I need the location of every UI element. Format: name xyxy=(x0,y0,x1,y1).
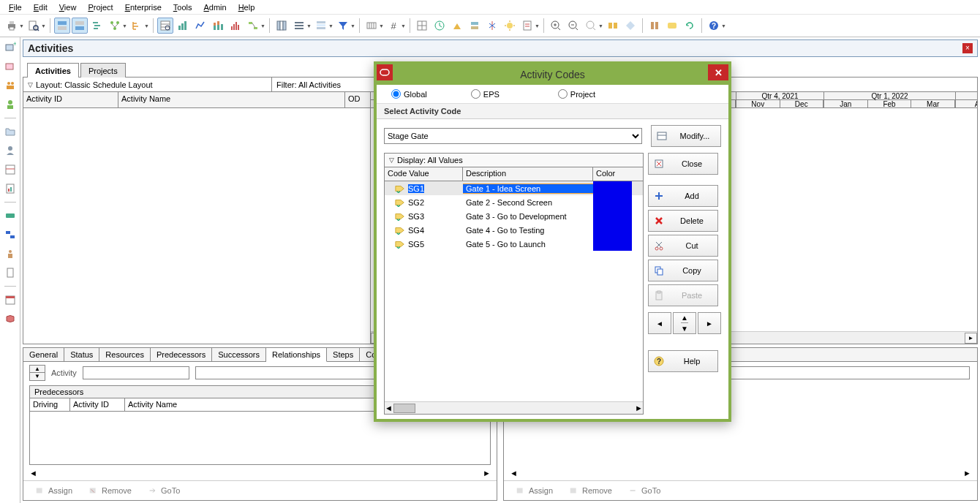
layout-gantt-icon[interactable] xyxy=(89,18,105,34)
remove-button[interactable]: Remove xyxy=(563,484,618,497)
report-icon[interactable] xyxy=(3,181,18,196)
dtab-status[interactable]: Status xyxy=(64,348,99,362)
claim-icon[interactable] xyxy=(519,18,535,34)
scroll-left-icon[interactable]: ◄ xyxy=(385,404,393,412)
zoom-fit-icon[interactable] xyxy=(583,18,599,34)
level-icon[interactable] xyxy=(467,18,483,34)
spotlight-icon[interactable] xyxy=(502,18,518,34)
col-code-value[interactable]: Code Value xyxy=(385,167,463,181)
scroll-right-icon[interactable]: ► xyxy=(965,333,977,344)
note-icon[interactable] xyxy=(664,18,680,34)
add-button[interactable]: Add xyxy=(648,185,718,207)
dtab-resources[interactable]: Resources xyxy=(99,348,151,362)
menu-help[interactable]: Help xyxy=(233,1,261,13)
collapse-icon[interactable] xyxy=(622,18,638,34)
dropdown-icon[interactable]: ▼ xyxy=(41,23,46,29)
move-updown-button[interactable]: ▲▼ xyxy=(673,312,696,334)
cost-icon[interactable] xyxy=(3,311,18,326)
paste-button[interactable]: Paste xyxy=(648,284,718,306)
assign-button[interactable]: Assign xyxy=(510,484,559,497)
refresh-icon[interactable] xyxy=(682,18,698,34)
col-pred-act-id[interactable]: Activity ID xyxy=(70,398,125,411)
chart-usage-icon[interactable] xyxy=(175,18,191,34)
remove-button[interactable]: Remove xyxy=(83,484,137,497)
move-up-icon[interactable]: ▲ xyxy=(681,313,688,323)
code-row[interactable]: SG3Gate 3 - Go to Development xyxy=(385,209,643,223)
print-preview-icon[interactable] xyxy=(26,18,42,34)
milestone-icon[interactable] xyxy=(3,227,18,242)
move-left-button[interactable]: ◄ xyxy=(648,312,671,334)
user-icon[interactable] xyxy=(3,246,18,261)
copy-button[interactable]: Copy xyxy=(648,260,718,281)
branch-icon[interactable] xyxy=(129,18,145,34)
assign-button[interactable]: Assign xyxy=(29,484,78,497)
code-row[interactable]: SG5Gate 5 - Go to Launch xyxy=(385,237,643,251)
timescale-icon[interactable] xyxy=(363,18,380,34)
activity-green-icon[interactable] xyxy=(3,208,18,223)
dtab-steps[interactable]: Steps xyxy=(327,348,360,362)
col-color[interactable]: Color xyxy=(593,167,643,181)
dialog-h-scroll[interactable]: ◄ ► xyxy=(385,401,643,414)
table-view-icon[interactable] xyxy=(157,18,173,34)
tab-activities[interactable]: Activities xyxy=(27,63,79,77)
col-od[interactable]: OD xyxy=(345,92,370,107)
dropdown-icon[interactable]: ▼ xyxy=(260,23,265,29)
dropdown-icon[interactable]: ▼ xyxy=(401,23,406,29)
activity-code-dropdown[interactable]: Stage Gate xyxy=(384,128,642,144)
close-page-icon[interactable]: × xyxy=(962,43,973,53)
hash-icon[interactable]: # xyxy=(385,18,402,34)
menu-tools[interactable]: Tools xyxy=(167,1,198,13)
progress-icon[interactable] xyxy=(449,18,465,34)
code-row[interactable]: SG1Gate 1 - Idea Screen xyxy=(385,181,643,195)
group-sort-icon[interactable] xyxy=(313,18,329,34)
calendar-icon[interactable] xyxy=(3,292,18,307)
scroll-left-icon[interactable]: ◄ xyxy=(29,469,37,477)
dropdown-icon[interactable]: ▼ xyxy=(535,23,540,29)
dropdown-icon[interactable]: ▼ xyxy=(350,23,355,29)
bars-icon[interactable] xyxy=(291,18,307,34)
help-icon[interactable]: ? xyxy=(706,18,722,34)
dropdown-icon[interactable]: ▼ xyxy=(306,23,312,29)
print-icon[interactable] xyxy=(4,18,20,34)
layout-bottom-icon[interactable] xyxy=(72,18,88,34)
cut-button[interactable]: Cut xyxy=(648,235,718,257)
dropdown-icon[interactable]: ▼ xyxy=(19,23,24,29)
dropdown-icon[interactable]: ▼ xyxy=(144,23,149,29)
menu-edit[interactable]: Edit xyxy=(28,1,53,13)
spin-up-icon[interactable]: ▲ xyxy=(30,366,45,373)
open-project-icon[interactable] xyxy=(3,124,18,139)
columns-icon[interactable] xyxy=(274,18,290,34)
goto-button[interactable]: GoTo xyxy=(142,484,186,497)
scroll-right-icon[interactable]: ► xyxy=(483,469,491,477)
move-right-button[interactable]: ► xyxy=(698,312,721,334)
tab-projects[interactable]: Projects xyxy=(80,63,126,77)
expand-icon[interactable] xyxy=(605,18,621,34)
dtab-relationships[interactable]: Relationships xyxy=(266,348,327,362)
dropdown-icon[interactable]: ▼ xyxy=(598,23,603,29)
col-activity-id[interactable]: Activity ID xyxy=(23,92,118,107)
col-description[interactable]: Description xyxy=(463,167,593,181)
col-driving[interactable]: Driving xyxy=(30,398,70,411)
radio-global[interactable]: Global xyxy=(391,89,427,99)
dtab-predecessors[interactable]: Predecessors xyxy=(151,348,212,362)
wbs-icon[interactable] xyxy=(3,162,18,177)
resources-icon[interactable] xyxy=(3,78,18,93)
close-button[interactable]: Close xyxy=(648,153,718,175)
dialog-close-button[interactable]: ✕ xyxy=(708,64,728,80)
delete-activity-icon[interactable] xyxy=(3,59,18,74)
menu-enterprise[interactable]: Enterprise xyxy=(119,1,167,13)
doc-icon[interactable] xyxy=(3,265,18,280)
dropdown-icon[interactable]: ▼ xyxy=(122,23,127,29)
dropdown-icon[interactable]: ▼ xyxy=(721,23,726,29)
zoom-out-icon[interactable] xyxy=(565,18,581,34)
delete-button[interactable]: Delete xyxy=(648,210,718,232)
prev-icon[interactable] xyxy=(647,18,663,34)
grid-icon[interactable] xyxy=(414,18,430,34)
layout-selector[interactable]: ▽Layout: Classic Schedule Layout xyxy=(23,77,272,91)
code-row[interactable]: SG2Gate 2 - Second Screen xyxy=(385,195,643,209)
person-icon[interactable] xyxy=(3,143,18,158)
scroll-right-icon[interactable]: ► xyxy=(963,469,971,477)
table-body[interactable] xyxy=(23,108,370,344)
col-activity-name[interactable]: Activity Name xyxy=(118,92,345,107)
dialog-title-bar[interactable]: Activity Codes ✕ xyxy=(377,64,728,85)
